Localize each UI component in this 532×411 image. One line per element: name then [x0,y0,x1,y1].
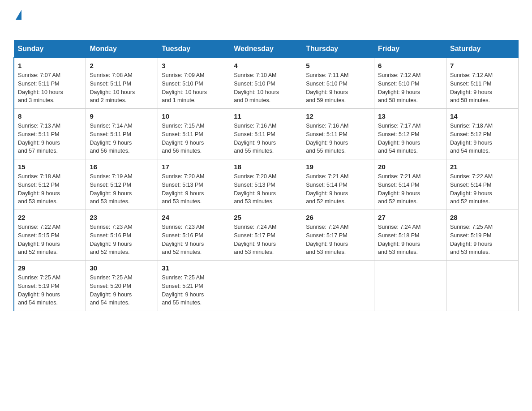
day-number: 15 [18,163,82,171]
calendar-cell [302,261,374,311]
day-info: Sunrise: 7:24 AMSunset: 5:17 PMDaylight:… [306,223,370,257]
day-info: Sunrise: 7:19 AMSunset: 5:12 PMDaylight:… [90,172,154,206]
day-number: 23 [90,214,154,221]
day-info: Sunrise: 7:20 AMSunset: 5:13 PMDaylight:… [162,172,226,206]
day-number: 4 [234,62,298,69]
calendar-cell: 6 Sunrise: 7:12 AMSunset: 5:10 PMDayligh… [374,58,446,109]
day-number: 10 [162,112,226,120]
weekday-header-tuesday: Tuesday [158,40,230,58]
day-info: Sunrise: 7:21 AMSunset: 5:14 PMDaylight:… [378,172,442,206]
day-info: Sunrise: 7:14 AMSunset: 5:11 PMDaylight:… [90,122,154,155]
calendar-cell: 24 Sunrise: 7:23 AMSunset: 5:16 PMDaylig… [158,210,230,261]
calendar-week-1: 1 Sunrise: 7:07 AMSunset: 5:11 PMDayligh… [14,58,519,109]
calendar-cell: 29 Sunrise: 7:25 AMSunset: 5:19 PMDaylig… [14,261,86,311]
calendar-week-2: 8 Sunrise: 7:13 AMSunset: 5:11 PMDayligh… [14,109,519,159]
day-number: 7 [450,62,515,69]
day-info: Sunrise: 7:24 AMSunset: 5:18 PMDaylight:… [378,223,442,257]
calendar-cell [374,261,446,311]
day-number: 9 [90,112,154,120]
day-number: 1 [18,62,82,69]
day-info: Sunrise: 7:25 AMSunset: 5:19 PMDaylight:… [18,274,82,307]
day-info: Sunrise: 7:10 AMSunset: 5:10 PMDaylight:… [234,71,298,105]
day-info: Sunrise: 7:22 AMSunset: 5:14 PMDaylight:… [450,172,515,206]
calendar-week-3: 15 Sunrise: 7:18 AMSunset: 5:12 PMDaylig… [14,159,519,210]
day-number: 6 [378,62,442,69]
calendar-cell: 27 Sunrise: 7:24 AMSunset: 5:18 PMDaylig… [374,210,446,261]
weekday-header-row: SundayMondayTuesdayWednesdayThursdayFrid… [14,40,519,58]
calendar-cell: 23 Sunrise: 7:23 AMSunset: 5:16 PMDaylig… [86,210,158,261]
day-number: 3 [162,62,226,69]
calendar-cell [230,261,302,311]
day-number: 25 [234,214,298,221]
weekday-header-monday: Monday [86,40,158,58]
day-number: 8 [18,112,82,120]
day-number: 28 [450,214,515,221]
day-number: 13 [378,112,442,120]
calendar-cell: 12 Sunrise: 7:16 AMSunset: 5:11 PMDaylig… [302,109,374,159]
weekday-header-saturday: Saturday [446,40,519,58]
calendar-cell: 26 Sunrise: 7:24 AMSunset: 5:17 PMDaylig… [302,210,374,261]
day-number: 12 [306,112,370,120]
day-number: 19 [306,163,370,171]
calendar-cell: 2 Sunrise: 7:08 AMSunset: 5:11 PMDayligh… [86,58,158,109]
day-number: 24 [162,214,226,221]
calendar-cell [446,261,519,311]
day-info: Sunrise: 7:18 AMSunset: 5:12 PMDaylight:… [450,122,515,155]
day-number: 29 [18,264,82,272]
calendar-cell: 14 Sunrise: 7:18 AMSunset: 5:12 PMDaylig… [446,109,519,159]
day-info: Sunrise: 7:17 AMSunset: 5:12 PMDaylight:… [378,122,442,155]
day-info: Sunrise: 7:12 AMSunset: 5:11 PMDaylight:… [450,71,515,105]
day-number: 18 [234,163,298,171]
day-info: Sunrise: 7:09 AMSunset: 5:10 PMDaylight:… [162,71,226,105]
day-info: Sunrise: 7:25 AMSunset: 5:20 PMDaylight:… [90,274,154,307]
day-info: Sunrise: 7:23 AMSunset: 5:16 PMDaylight:… [90,223,154,257]
calendar-week-4: 22 Sunrise: 7:22 AMSunset: 5:15 PMDaylig… [14,210,519,261]
calendar-table: SundayMondayTuesdayWednesdayThursdayFrid… [13,40,519,311]
weekday-header-thursday: Thursday [302,40,374,58]
calendar-cell: 25 Sunrise: 7:24 AMSunset: 5:17 PMDaylig… [230,210,302,261]
day-info: Sunrise: 7:22 AMSunset: 5:15 PMDaylight:… [18,223,82,257]
day-number: 20 [378,163,442,171]
day-info: Sunrise: 7:15 AMSunset: 5:11 PMDaylight:… [162,122,226,155]
weekday-header-friday: Friday [374,40,446,58]
day-info: Sunrise: 7:08 AMSunset: 5:11 PMDaylight:… [90,71,154,105]
calendar-cell: 15 Sunrise: 7:18 AMSunset: 5:12 PMDaylig… [14,159,86,210]
day-number: 22 [18,214,82,221]
day-number: 2 [90,62,154,69]
calendar-cell: 7 Sunrise: 7:12 AMSunset: 5:11 PMDayligh… [446,58,519,109]
day-info: Sunrise: 7:16 AMSunset: 5:11 PMDaylight:… [234,122,298,155]
calendar-cell: 18 Sunrise: 7:20 AMSunset: 5:13 PMDaylig… [230,159,302,210]
calendar-cell: 21 Sunrise: 7:22 AMSunset: 5:14 PMDaylig… [446,159,519,210]
day-number: 21 [450,163,515,171]
day-info: Sunrise: 7:11 AMSunset: 5:10 PMDaylight:… [306,71,370,105]
day-number: 27 [378,214,442,221]
day-number: 30 [90,264,154,272]
day-info: Sunrise: 7:21 AMSunset: 5:14 PMDaylight:… [306,172,370,206]
page-header [13,9,519,33]
day-number: 26 [306,214,370,221]
day-info: Sunrise: 7:07 AMSunset: 5:11 PMDaylight:… [18,71,82,105]
day-info: Sunrise: 7:24 AMSunset: 5:17 PMDaylight:… [234,223,298,257]
day-info: Sunrise: 7:23 AMSunset: 5:16 PMDaylight:… [162,223,226,257]
day-info: Sunrise: 7:13 AMSunset: 5:11 PMDaylight:… [18,122,82,155]
calendar-cell: 20 Sunrise: 7:21 AMSunset: 5:14 PMDaylig… [374,159,446,210]
day-number: 16 [90,163,154,171]
calendar-cell: 16 Sunrise: 7:19 AMSunset: 5:12 PMDaylig… [86,159,158,210]
day-info: Sunrise: 7:25 AMSunset: 5:21 PMDaylight:… [162,274,226,307]
calendar-cell: 10 Sunrise: 7:15 AMSunset: 5:11 PMDaylig… [158,109,230,159]
calendar-cell: 11 Sunrise: 7:16 AMSunset: 5:11 PMDaylig… [230,109,302,159]
calendar-cell: 4 Sunrise: 7:10 AMSunset: 5:10 PMDayligh… [230,58,302,109]
calendar-cell: 22 Sunrise: 7:22 AMSunset: 5:15 PMDaylig… [14,210,86,261]
day-number: 5 [306,62,370,69]
calendar-cell: 1 Sunrise: 7:07 AMSunset: 5:11 PMDayligh… [14,58,86,109]
day-info: Sunrise: 7:16 AMSunset: 5:11 PMDaylight:… [306,122,370,155]
calendar-cell: 19 Sunrise: 7:21 AMSunset: 5:14 PMDaylig… [302,159,374,210]
day-info: Sunrise: 7:20 AMSunset: 5:13 PMDaylight:… [234,172,298,206]
weekday-header-sunday: Sunday [14,40,86,58]
day-number: 17 [162,163,226,171]
day-info: Sunrise: 7:12 AMSunset: 5:10 PMDaylight:… [378,71,442,105]
calendar-cell: 17 Sunrise: 7:20 AMSunset: 5:13 PMDaylig… [158,159,230,210]
calendar-cell: 30 Sunrise: 7:25 AMSunset: 5:20 PMDaylig… [86,261,158,311]
calendar-cell: 5 Sunrise: 7:11 AMSunset: 5:10 PMDayligh… [302,58,374,109]
calendar-cell: 31 Sunrise: 7:25 AMSunset: 5:21 PMDaylig… [158,261,230,311]
